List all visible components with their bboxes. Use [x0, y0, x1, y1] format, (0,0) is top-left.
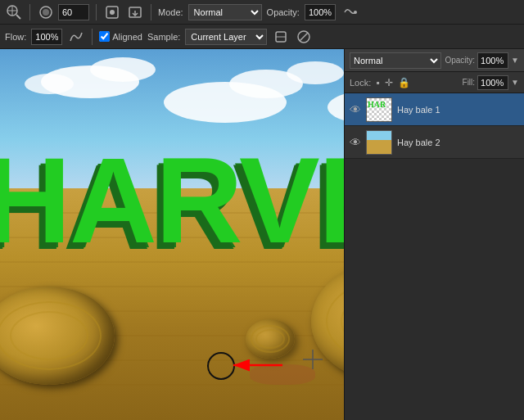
aligned-label: Aligned: [112, 32, 142, 42]
airbrush-icon[interactable]: [341, 3, 359, 21]
layer-2-name: Hay bale 2: [397, 138, 519, 147]
fill-label: Fill:: [463, 78, 476, 87]
layer-1-visibility[interactable]: 👁: [350, 103, 361, 116]
lock-label: Lock:: [350, 78, 371, 88]
lock-all-icon[interactable]: 🔒: [398, 77, 410, 88]
mode-select[interactable]: Normal: [188, 4, 262, 20]
second-toolbar: Flow: 100% Aligned Sample: Current Layer: [0, 25, 524, 49]
lock-pixels-icon[interactable]: ▪: [376, 77, 379, 88]
flow-input[interactable]: 100%: [31, 29, 62, 45]
aligned-checkbox-label[interactable]: Aligned: [99, 31, 142, 42]
top-toolbar: 60 Mode: Normal Opacity: 100%: [0, 0, 524, 25]
flow-label: Flow:: [5, 32, 26, 42]
svg-line-14: [300, 33, 308, 41]
svg-point-5: [43, 9, 49, 16]
size-input[interactable]: 60: [58, 4, 89, 20]
sample-label: Sample:: [147, 32, 180, 42]
aligned-checkbox[interactable]: [99, 31, 110, 42]
opacity-label: Opacity:: [267, 7, 300, 17]
size-group: 60: [37, 3, 89, 21]
sep-1: [29, 4, 30, 20]
fill-input[interactable]: 100%: [477, 75, 508, 90]
fill-dropdown-arrow[interactable]: ▼: [511, 78, 519, 87]
layers-panel-header: Normal Opacity: 100% ▼: [345, 49, 524, 72]
opacity-input[interactable]: 100%: [305, 4, 336, 20]
sep-4: [92, 29, 93, 45]
main-area: HARVEST: [0, 49, 524, 420]
layers-panel: Normal Opacity: 100% ▼ Lock: ▪ ✛ 🔒 Fill:…: [344, 49, 524, 420]
red-arrow: [229, 356, 287, 374]
layers-opacity-label: Opacity:: [445, 56, 475, 65]
brush-size-icon[interactable]: [37, 3, 55, 21]
crosshair: [303, 350, 323, 369]
hay-bale-mid: [246, 319, 295, 359]
svg-line-3: [16, 15, 20, 19]
layers-opacity-group: Opacity: 100% ▼: [445, 52, 519, 69]
opacity-dropdown-arrow[interactable]: ▼: [511, 56, 519, 65]
layer-item-2[interactable]: 👁 Hay bale 2: [345, 126, 524, 159]
ignore-adj-icon[interactable]: [295, 28, 313, 46]
sep-3: [151, 4, 151, 20]
layers-mode-select[interactable]: Normal: [350, 52, 441, 69]
layer-2-visibility[interactable]: 👁: [350, 136, 361, 149]
layer-1-thumb-text: HAR: [368, 100, 386, 109]
svg-point-7: [110, 10, 115, 15]
flow-icon[interactable]: [67, 28, 85, 46]
sample-select[interactable]: Current Layer: [185, 29, 267, 45]
layer-2-thumbnail: [366, 130, 392, 155]
layers-lock-row: Lock: ▪ ✛ 🔒 Fill: 100% ▼: [345, 72, 524, 93]
brush-preset-icon[interactable]: [103, 3, 121, 21]
layer-1-thumbnail: HAR: [366, 97, 392, 122]
tool-stamp-icon[interactable]: [5, 3, 23, 21]
layers-opacity-input[interactable]: 100%: [477, 52, 508, 69]
fill-group: Fill: 100% ▼: [463, 75, 519, 90]
svg-point-10: [354, 11, 357, 14]
layer-1-name: Hay bale 1: [397, 105, 519, 115]
brush-load-icon[interactable]: [126, 3, 144, 21]
mode-label: Mode:: [158, 7, 183, 17]
layer-item-1[interactable]: 👁 HAR Hay bale 1: [345, 93, 524, 126]
lock-position-icon[interactable]: ✛: [385, 77, 393, 88]
sep-2: [96, 4, 97, 20]
sample-icon[interactable]: [272, 28, 290, 46]
